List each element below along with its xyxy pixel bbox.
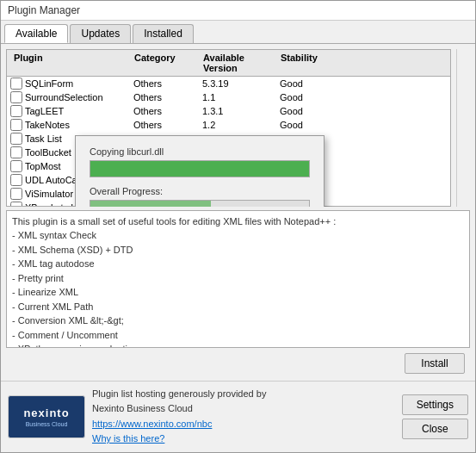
- plugin-checkbox[interactable]: [10, 78, 22, 90]
- list-scrollbar[interactable]: [456, 49, 470, 207]
- info-line2: Nexinto Business Cloud: [92, 401, 395, 417]
- col-header-category: Category: [131, 52, 200, 74]
- plugin-checkbox[interactable]: [10, 133, 22, 145]
- plugin-category: Others: [133, 106, 202, 116]
- tab-installed[interactable]: Installed: [133, 24, 194, 43]
- title-bar: Plugin Manager: [1, 1, 475, 21]
- plugin-version: 5.3.19: [202, 78, 280, 89]
- list-header: Plugin Category Available Version Stabil…: [7, 50, 450, 77]
- plugin-version: 1.2: [202, 120, 280, 130]
- settings-button[interactable]: Settings: [402, 394, 468, 415]
- nexinto-logo-text: nexinto: [23, 406, 69, 419]
- bottom-info: Plugin list hosting generously provided …: [92, 387, 395, 447]
- col-header-plugin: Plugin: [10, 52, 131, 74]
- overall-label: Overall Progress:: [90, 186, 310, 196]
- copying-label: Copying libcurl.dll: [90, 146, 310, 157]
- overall-progress-fill: [90, 201, 211, 207]
- nexinto-logo-sub: Business Cloud: [26, 421, 68, 427]
- top-panel: Plugin Category Available Version Stabil…: [6, 49, 470, 207]
- plugin-checkbox[interactable]: [10, 202, 22, 206]
- plugin-row[interactable]: TakeNotes Others 1.2 Good: [7, 118, 450, 132]
- detail-row: This plugin is a small set of useful too…: [6, 210, 470, 348]
- plugin-row[interactable]: TagLEET Others 1.3.1 Good: [7, 104, 450, 118]
- detail-panel: This plugin is a small set of useful too…: [6, 210, 470, 348]
- plugin-category: Others: [133, 78, 202, 89]
- plugin-name: TakeNotes: [25, 120, 133, 130]
- window-title: Plugin Manager: [8, 4, 80, 16]
- info-link[interactable]: https://www.nexinto.com/nbc: [92, 419, 212, 429]
- plugin-checkbox[interactable]: [10, 188, 22, 200]
- plugin-version: 1.1: [202, 92, 280, 102]
- plugin-checkbox[interactable]: [10, 91, 22, 103]
- col-header-stability: Stability: [277, 52, 337, 74]
- plugin-stability: Good: [280, 120, 340, 130]
- plugin-stability: Good: [280, 106, 340, 116]
- plugin-name: SQLinForm: [25, 78, 133, 89]
- info-question-link[interactable]: Why is this here?: [92, 433, 164, 444]
- bottom-bar: nexinto Business Cloud Plugin list hosti…: [1, 381, 475, 452]
- install-area: Install: [6, 351, 470, 375]
- plugin-name: SurroundSelection: [25, 92, 133, 102]
- plugin-row[interactable]: SQLinForm Others 5.3.19 Good: [7, 77, 450, 90]
- main-content: Plugin Category Available Version Stabil…: [1, 44, 475, 381]
- close-button[interactable]: Close: [402, 419, 468, 439]
- tab-available[interactable]: Available: [4, 24, 68, 43]
- overall-progress-bar: [90, 200, 310, 207]
- plugin-checkbox[interactable]: [10, 119, 22, 131]
- copying-progress-fill: [90, 161, 309, 177]
- install-button[interactable]: Install: [405, 353, 465, 374]
- detail-text: This plugin is a small set of useful too…: [12, 214, 464, 348]
- nexinto-logo: nexinto Business Cloud: [8, 395, 85, 438]
- plugin-checkbox[interactable]: [10, 105, 22, 117]
- plugin-row[interactable]: SurroundSelection Others 1.1 Good: [7, 90, 450, 104]
- tab-updates[interactable]: Updates: [70, 24, 131, 43]
- copying-progress-bar: [90, 160, 310, 177]
- plugin-category: Others: [133, 120, 202, 130]
- col-header-version: Available Version: [200, 52, 277, 74]
- plugin-manager-window: Plugin Manager Available Updates Install…: [0, 0, 476, 453]
- tab-bar: Available Updates Installed: [1, 21, 475, 44]
- plugin-stability: Good: [280, 92, 340, 102]
- plugin-version: 1.3.1: [202, 106, 280, 116]
- progress-overlay: Copying libcurl.dll Overall Progress: Ca…: [75, 135, 325, 207]
- bottom-buttons: Settings Close: [402, 394, 468, 439]
- plugin-checkbox[interactable]: [10, 174, 22, 186]
- plugin-checkbox[interactable]: [10, 146, 22, 158]
- plugin-category: Others: [133, 92, 202, 102]
- plugin-checkbox[interactable]: [10, 160, 22, 172]
- info-line1: Plugin list hosting generously provided …: [92, 387, 395, 402]
- plugin-name: TagLEET: [25, 106, 133, 116]
- plugin-stability: Good: [280, 78, 340, 89]
